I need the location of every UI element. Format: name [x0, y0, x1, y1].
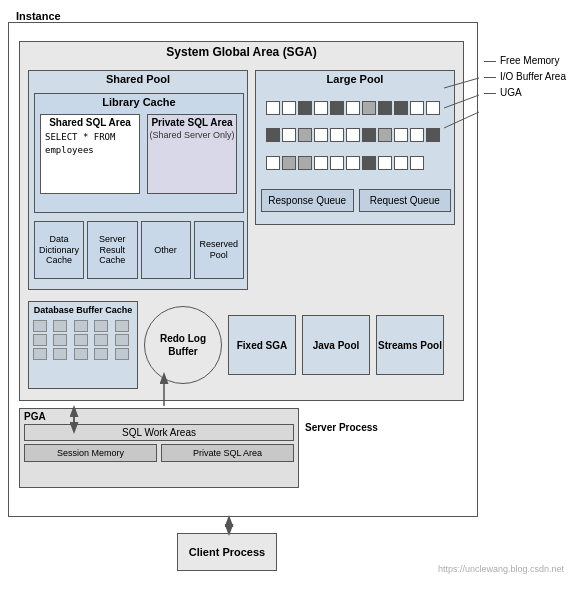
large-pool-dots [261, 96, 451, 186]
pga-label: PGA [20, 409, 298, 424]
other-cell: Other [141, 221, 191, 279]
dot [426, 128, 440, 142]
shared-sql-area-label: Shared SQL Area [41, 115, 139, 129]
dot [410, 156, 424, 170]
dot [410, 128, 424, 142]
dot [314, 101, 328, 115]
sql-code: SELECT * FROM employees [41, 129, 139, 158]
dot [426, 101, 440, 115]
dbc-cell [33, 334, 47, 346]
dbc-label: Database Buffer Cache [29, 302, 137, 318]
redo-log-buffer: Redo Log Buffer [144, 306, 222, 384]
dbc-cell [53, 334, 67, 346]
queue-row: Response Queue Request Queue [261, 189, 451, 212]
sga-label: System Global Area (SGA) [20, 42, 463, 61]
dbc-cell [33, 320, 47, 332]
response-queue: Response Queue [261, 189, 354, 212]
sql-work-areas: SQL Work Areas [24, 424, 294, 441]
private-sql-area-shared: Private SQL Area (Shared Server Only) [147, 114, 237, 194]
dot [266, 101, 280, 115]
dbc-cell [94, 320, 108, 332]
private-sql-area-sub: (Shared Server Only) [148, 130, 236, 140]
fixed-sga: Fixed SGA [228, 315, 296, 375]
dbc-cell [53, 348, 67, 360]
reserved-pool: Reserved Pool [194, 221, 244, 279]
dbc-cell [115, 320, 129, 332]
java-pool: Java Pool [302, 315, 370, 375]
dot [394, 156, 408, 170]
io-buffer-area-line [484, 77, 496, 78]
request-queue: Request Queue [359, 189, 452, 212]
free-memory-label-item: Free Memory [484, 53, 566, 69]
uga-label: UGA [500, 85, 522, 101]
dot [410, 101, 424, 115]
free-memory-label: Free Memory [500, 53, 559, 69]
free-memory-line [484, 61, 496, 62]
shared-pool-bottom: Data Dictionary Cache Server Result Cach… [34, 221, 244, 279]
pga-area: PGA SQL Work Areas Session Memory Privat… [19, 408, 299, 488]
dot [378, 101, 392, 115]
dot [282, 128, 296, 142]
shared-pool-label: Shared Pool [29, 71, 247, 87]
server-result-cache: Server Result Cache [87, 221, 137, 279]
instance-label: Instance [16, 10, 61, 22]
dot [298, 101, 312, 115]
library-cache: Library Cache Shared SQL Area SELECT * F… [34, 93, 244, 213]
dbc-grid [29, 318, 137, 362]
dot [362, 156, 376, 170]
dbc-cell [33, 348, 47, 360]
client-process-box: Client Process [177, 533, 277, 571]
instance-box: System Global Area (SGA) Shared Pool Lib… [8, 22, 478, 517]
shared-pool: Shared Pool Library Cache Shared SQL Are… [28, 70, 248, 290]
pga-bottom-row: Session Memory Private SQL Area [24, 444, 294, 462]
dbc-cell [94, 348, 108, 360]
dbc-cell [74, 320, 88, 332]
session-memory: Session Memory [24, 444, 157, 462]
large-pool: Large Pool [255, 70, 455, 225]
dbc-cell [74, 348, 88, 360]
dbc-cell [115, 348, 129, 360]
sga-bottom-row: Database Buffer Cache [28, 300, 458, 390]
dot [266, 156, 280, 170]
dot [314, 156, 328, 170]
dot [394, 101, 408, 115]
dbc-cell [94, 334, 108, 346]
dot [330, 156, 344, 170]
streams-pool: Streams Pool [376, 315, 444, 375]
dot [330, 101, 344, 115]
dbc-cell [115, 334, 129, 346]
uga-line [484, 93, 496, 94]
main-container: Instance System Global Area (SGA) Shared… [8, 8, 568, 578]
dbc-cell [74, 334, 88, 346]
database-buffer-cache: Database Buffer Cache [28, 301, 138, 389]
dot [378, 156, 392, 170]
dot [362, 128, 376, 142]
dot [298, 128, 312, 142]
data-dictionary-cache: Data Dictionary Cache [34, 221, 84, 279]
dot [378, 128, 392, 142]
large-pool-label: Large Pool [256, 71, 454, 87]
dot [298, 156, 312, 170]
dot [362, 101, 376, 115]
library-cache-label: Library Cache [35, 94, 243, 110]
dot [282, 101, 296, 115]
dot [314, 128, 328, 142]
shared-sql-area: Shared SQL Area SELECT * FROM employees [40, 114, 140, 194]
dot [266, 128, 280, 142]
uga-label-item: UGA [484, 85, 566, 101]
dot [346, 156, 360, 170]
io-buffer-area-label-item: I/O Buffer Area [484, 69, 566, 85]
dbc-cell [53, 320, 67, 332]
private-sql-area-pga: Private SQL Area [161, 444, 294, 462]
dot [330, 128, 344, 142]
watermark: https://unclewang.blog.csdn.net [438, 564, 564, 574]
dot [282, 156, 296, 170]
io-buffer-area-label: I/O Buffer Area [500, 69, 566, 85]
dot [346, 101, 360, 115]
dot [346, 128, 360, 142]
sga-box: System Global Area (SGA) Shared Pool Lib… [19, 41, 464, 401]
private-sql-area-label: Private SQL Area [148, 115, 236, 130]
server-process-label: Server Process [305, 421, 378, 434]
dot [394, 128, 408, 142]
right-labels: Free Memory I/O Buffer Area UGA [484, 53, 566, 101]
